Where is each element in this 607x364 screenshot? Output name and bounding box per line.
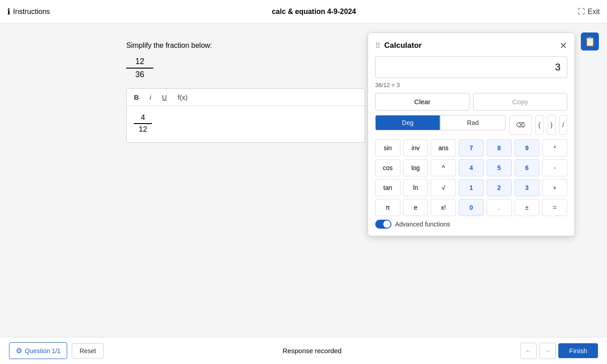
calculator-title: Calculator [384, 41, 422, 50]
next-button[interactable]: → [539, 343, 556, 359]
log-button[interactable]: log [403, 159, 428, 176]
decimal-button[interactable]: . [487, 199, 512, 216]
bottom-left: ⚙ Question 1/1 Reset [9, 342, 104, 359]
calculator-display: 3 [375, 56, 567, 78]
ln-button[interactable]: ln [403, 179, 428, 196]
eight-button[interactable]: 8 [487, 139, 512, 157]
advanced-label: Advanced functions [395, 221, 450, 228]
answer-fraction: 4 12 [134, 113, 152, 134]
calculator-icon: 📋 [584, 36, 596, 47]
e-button[interactable]: e [403, 199, 428, 216]
add-button[interactable]: + [542, 179, 567, 196]
fx-button[interactable]: f(x) [176, 92, 189, 102]
answer-denominator: 12 [139, 125, 147, 134]
cos-button[interactable]: cos [375, 159, 400, 176]
calc-main-grid: sin inv ans 7 8 9 * cos log ^ 4 5 6 - ta… [375, 139, 567, 216]
answer-line [134, 123, 152, 124]
backspace-button[interactable]: ⌫ [509, 115, 532, 135]
bottom-bar: ⚙ Question 1/1 Reset Response recorded ←… [0, 337, 607, 364]
header: ℹ Instructions calc & equation 4-9-2024 … [0, 0, 607, 23]
exit-icon: ⛶ [578, 8, 585, 16]
equals-button[interactable]: = [542, 199, 567, 216]
six-button[interactable]: 6 [515, 159, 540, 176]
two-button[interactable]: 2 [487, 179, 512, 196]
subtract-button[interactable]: - [542, 159, 567, 176]
bold-button[interactable]: B [132, 92, 141, 102]
ans-button[interactable]: ans [431, 139, 456, 157]
editor-container: B i U f(x) 4 12 [126, 88, 365, 143]
advanced-row: Advanced functions [375, 220, 567, 229]
editor-body[interactable]: 4 12 [127, 106, 365, 142]
instructions-button[interactable]: ℹ Instructions [7, 7, 50, 17]
divide-button[interactable]: / [559, 115, 567, 135]
status-text: Response recorded [283, 347, 342, 355]
calc-title-area: ⠿ Calculator [375, 41, 422, 50]
calculator-close-button[interactable]: ✕ [560, 40, 567, 51]
prev-button[interactable]: ← [520, 343, 537, 359]
calculator-panel: ⠿ Calculator ✕ 3 36/12 = 3 Clear Copy De… [368, 32, 575, 236]
tan-button[interactable]: tan [375, 179, 400, 196]
sin-button[interactable]: sin [375, 139, 400, 157]
question-label: Question 1/1 [25, 347, 60, 355]
advanced-toggle[interactable] [375, 220, 391, 229]
deg-rad-container: Deg Rad ⌫ ( ) / [375, 115, 567, 135]
rad-button[interactable]: Rad [440, 115, 505, 130]
underline-button[interactable]: U [160, 92, 169, 102]
calculator-icon-button[interactable]: 📋 [581, 32, 599, 51]
zero-button[interactable]: 0 [459, 199, 484, 216]
pi-button[interactable]: π [375, 199, 400, 216]
five-button[interactable]: 5 [487, 159, 512, 176]
calc-top-buttons: Clear Copy [375, 93, 567, 111]
clear-button[interactable]: Clear [375, 93, 469, 111]
close-paren-button[interactable]: ) [547, 115, 556, 135]
open-paren-button[interactable]: ( [535, 115, 544, 135]
exit-button[interactable]: ⛶ Exit [578, 8, 600, 16]
question-fraction: 12 36 [126, 57, 153, 79]
toggle-knob [383, 221, 391, 228]
page-title: calc & equation 4-9-2024 [272, 8, 356, 16]
seven-button[interactable]: 7 [459, 139, 484, 157]
answer-numerator: 4 [141, 113, 145, 122]
drag-icon: ⠿ [375, 41, 381, 50]
one-button[interactable]: 1 [459, 179, 484, 196]
bottom-right: ← → Finish [520, 343, 598, 359]
instructions-label: Instructions [13, 8, 50, 16]
power-button[interactable]: ^ [431, 159, 456, 176]
editor-toolbar: B i U f(x) [127, 89, 365, 106]
fraction-numerator: 12 [135, 57, 144, 66]
fraction-denominator: 36 [135, 70, 144, 79]
nine-button[interactable]: 9 [515, 139, 540, 157]
info-icon: ℹ [7, 7, 10, 17]
copy-button[interactable]: Copy [473, 93, 567, 111]
inv-button[interactable]: inv [403, 139, 428, 157]
question-button[interactable]: ⚙ Question 1/1 [9, 342, 67, 359]
finish-button[interactable]: Finish [558, 343, 598, 358]
calculator-expression: 36/12 = 3 [375, 82, 567, 88]
plusminus-button[interactable]: ± [515, 199, 540, 216]
three-button[interactable]: 3 [515, 179, 540, 196]
calculator-header: ⠿ Calculator ✕ [375, 40, 567, 51]
reset-button[interactable]: Reset [72, 343, 104, 359]
sqrt-button[interactable]: √ [431, 179, 456, 196]
fraction-line [126, 68, 153, 69]
deg-button[interactable]: Deg [375, 115, 440, 130]
italic-button[interactable]: i [148, 92, 153, 102]
four-button[interactable]: 4 [459, 159, 484, 176]
multiply-button[interactable]: * [542, 139, 567, 157]
deg-rad-row: Deg Rad [375, 115, 506, 130]
exit-label: Exit [588, 8, 600, 16]
gear-icon: ⚙ [16, 346, 22, 355]
factorial-button[interactable]: x! [431, 199, 456, 216]
